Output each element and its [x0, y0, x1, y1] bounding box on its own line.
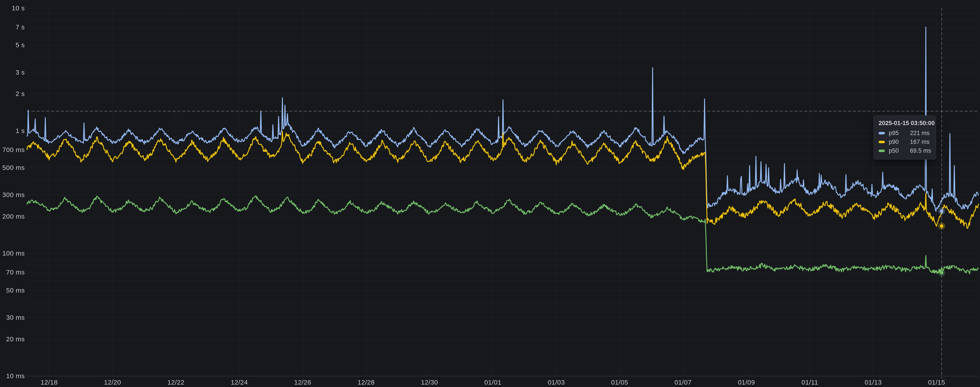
x-tick-label: 12/28 — [358, 379, 375, 386]
y-tick-label: 30 ms — [0, 314, 25, 321]
x-tick-label: 01/01 — [484, 379, 501, 386]
time-series-panel: 10 s7 s5 s3 s2 s1 s700 ms500 ms300 ms200… — [0, 0, 980, 387]
tooltip-row: p5069.5 ms — [878, 148, 931, 154]
tooltip-row: p95221 ms — [878, 130, 931, 136]
latency-chart-canvas[interactable] — [0, 0, 980, 387]
x-tick-label: 12/20 — [104, 379, 121, 386]
series-color-pill-icon — [879, 132, 885, 134]
y-tick-label: 7 s — [0, 24, 25, 31]
tooltip-series-name: p95 — [889, 130, 910, 136]
y-tick-label: 500 ms — [0, 164, 25, 171]
y-tick-label: 200 ms — [0, 213, 25, 220]
y-tick-label: 10 s — [0, 5, 25, 12]
x-tick-label: 01/05 — [611, 379, 628, 386]
y-tick-label: 20 ms — [0, 335, 25, 343]
y-tick-label: 50 ms — [0, 287, 25, 294]
x-tick-label: 12/18 — [41, 379, 58, 386]
x-tick-label: 01/13 — [865, 379, 882, 386]
y-tick-label: 1 s — [0, 127, 25, 135]
y-tick-label: 10 ms — [0, 372, 25, 380]
y-tick-label: 700 ms — [0, 146, 25, 154]
y-tick-label: 100 ms — [0, 249, 25, 257]
x-tick-label: 12/22 — [167, 379, 185, 386]
y-tick-label: 5 s — [0, 41, 25, 49]
tooltip-series-name: p90 — [889, 138, 910, 145]
tooltip-row: p90167 ms — [878, 138, 931, 145]
series-color-pill-icon — [879, 150, 885, 152]
y-tick-label: 70 ms — [0, 268, 25, 276]
tooltip-timestamp: 2025-01-15 03:50:00 — [879, 120, 931, 127]
x-tick-label: 01/07 — [675, 379, 692, 386]
x-tick-label: 01/09 — [738, 379, 755, 386]
series-color-pill-icon — [879, 141, 885, 143]
tooltip-series-value: 69.5 ms — [910, 148, 931, 154]
y-tick-label: 2 s — [0, 90, 25, 98]
y-tick-label: 3 s — [0, 69, 25, 76]
x-tick-label: 01/11 — [802, 379, 818, 386]
tooltip-series-name: p50 — [889, 148, 910, 154]
x-tick-label: 01/03 — [548, 379, 565, 386]
chart-tooltip: 2025-01-15 03:50:00 p95221 msp90167 msp5… — [873, 116, 936, 160]
x-tick-label: 12/26 — [294, 379, 312, 386]
tooltip-series-value: 167 ms — [910, 138, 930, 145]
y-tick-label: 300 ms — [0, 191, 25, 198]
tooltip-rows: p95221 msp90167 msp5069.5 ms — [878, 130, 931, 154]
tooltip-series-value: 221 ms — [910, 130, 930, 136]
x-tick-label: 12/30 — [421, 379, 438, 386]
x-tick-label: 01/15 — [928, 379, 945, 386]
x-tick-label: 12/24 — [231, 379, 248, 386]
